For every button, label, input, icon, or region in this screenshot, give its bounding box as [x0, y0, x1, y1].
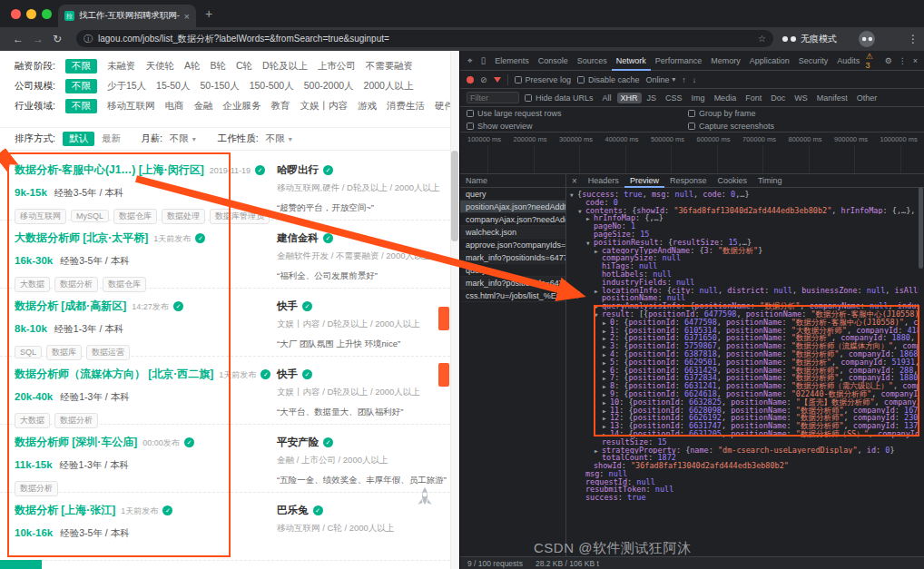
devtools-tab-console[interactable]: Console	[534, 51, 573, 71]
filter-option[interactable]: B轮	[210, 60, 226, 73]
filter-option-selected[interactable]: 不限	[65, 79, 97, 93]
json-tree-line[interactable]: ▶categoryTypeAndName: {3: "数据分析"}	[566, 247, 919, 255]
company-name-link[interactable]: 哈啰出行	[277, 164, 319, 175]
company-block[interactable]: 快手✓文娱丨内容 / D轮及以上 / 2000人以上“大平台、数据量大、团队福利…	[277, 365, 449, 418]
job-card[interactable]: 数据分析 [成都·高新区]14:27发布✓8k-10k经验1-3年 / 本科SQ…	[0, 289, 450, 357]
expander-icon[interactable]: ▶	[603, 431, 610, 438]
json-tree-line[interactable]: showId: "36fad8faf13040d2afd444edb3eb80b…	[566, 462, 919, 470]
network-filter-chip-font[interactable]: Font	[742, 93, 765, 103]
request-row[interactable]: mark_info?positionIds=6477598…	[460, 277, 565, 289]
filter-option[interactable]: 2000人以上	[364, 80, 414, 93]
filter-option[interactable]: 教育	[270, 100, 290, 113]
devtools-tab-application[interactable]: Application	[745, 51, 794, 71]
json-tree-line[interactable]: ▶14: {positionId: 6631205, positionName:…	[566, 430, 919, 438]
salary-dropdown[interactable]: 不限 ▾	[170, 132, 196, 145]
devtools-tab-elements[interactable]: Elements	[490, 51, 534, 71]
json-tree-line[interactable]: ▶strategyProperty: {name: "dm-csearch-us…	[566, 446, 919, 455]
expander-icon[interactable]: ▼	[570, 191, 577, 199]
rocket-icon[interactable]	[416, 486, 434, 510]
detail-tab-preview[interactable]: Preview	[624, 174, 664, 188]
filter-option[interactable]: D轮及以上	[262, 60, 308, 73]
filter-option[interactable]: 天使轮	[145, 60, 174, 73]
expander-icon[interactable]: ▶	[603, 328, 610, 335]
issues-badge[interactable]: ⚠ 3	[865, 52, 878, 70]
request-row[interactable]: css.html?u=/jobs/list_%E6%95…	[460, 289, 565, 302]
company-name-link[interactable]: 平安产险	[277, 437, 319, 447]
json-tree-line[interactable]: hotLabels: null	[566, 270, 919, 279]
expander-icon[interactable]: ▼	[595, 311, 602, 319]
job-card[interactable]: 数据分析-客服中心(J1…) [上海·闵行区]2019-11-19✓9k-15k…	[0, 152, 450, 221]
disable-cache-checkbox[interactable]: Disable cache	[577, 75, 640, 84]
devtools-tab-audits[interactable]: Audits	[832, 51, 864, 71]
expander-icon[interactable]: ▶	[603, 399, 610, 407]
devtools-tab-network[interactable]: Network	[612, 51, 651, 71]
expander-icon[interactable]: ▶	[603, 343, 610, 350]
json-tree-line[interactable]: ▶12: {positionId: 6626192, positionName:…	[566, 414, 919, 422]
expander-icon[interactable]: ▶	[603, 375, 610, 382]
throttling-dropdown[interactable]: Online ▾	[646, 75, 676, 84]
checkbox-icon[interactable]	[467, 123, 474, 130]
json-tree-line[interactable]: resubmitToken: null	[566, 486, 919, 494]
json-tree-line[interactable]: ▶queryAnalysisInfo: {positionName: "数据分析…	[566, 302, 919, 310]
json-tree-line[interactable]: hiTags: null	[566, 262, 919, 270]
expander-icon[interactable]: ▼	[586, 240, 594, 247]
company-name-link[interactable]: 巴乐兔	[277, 505, 309, 515]
filter-option[interactable]: 文娱丨内容	[300, 100, 348, 113]
network-filter-chip-all[interactable]: All	[599, 93, 615, 103]
back-icon[interactable]: ←	[13, 33, 24, 45]
json-tree-line[interactable]: ▼positionResult: {resultSize: 15,…}	[566, 239, 919, 247]
clear-icon[interactable]: ⊘	[480, 75, 487, 84]
expander-icon[interactable]: ▶	[586, 215, 594, 222]
page-scrollbar[interactable]	[450, 51, 459, 569]
company-name-link[interactable]: 快手	[277, 368, 298, 379]
hide-data-urls-checkbox[interactable]: Hide data URLs	[525, 93, 594, 103]
filter-option[interactable]: 少于15人	[107, 80, 146, 93]
json-tree-line[interactable]: ▶4: {positionId: 6387818, positionName: …	[566, 350, 919, 358]
filter-option[interactable]: 未融资	[107, 60, 136, 73]
devtools-tab-security[interactable]: Security	[794, 51, 833, 71]
json-tree-line[interactable]: totalCount: 1872	[566, 454, 919, 462]
reload-icon[interactable]: ↻	[53, 33, 62, 45]
network-option-checkbox[interactable]: Capture screenshots	[688, 120, 924, 132]
expander-icon[interactable]: ▶	[603, 359, 610, 367]
filter-option[interactable]: 游戏	[358, 100, 377, 113]
expander-icon[interactable]: ▶	[603, 423, 610, 430]
detail-tab-cookies[interactable]: Cookies	[712, 174, 752, 188]
expander-icon[interactable]: ▶	[603, 319, 610, 327]
request-row[interactable]: approve.json?companyIds=1649…	[460, 239, 565, 251]
network-filter-input[interactable]	[467, 92, 519, 103]
json-tree-line[interactable]: ▼{success: true, msg: null, code: 0,…}	[566, 191, 919, 199]
site-info-icon[interactable]: ⓘ	[84, 33, 93, 45]
detail-tab-response[interactable]: Response	[664, 174, 713, 188]
request-row[interactable]: mark_info?positionIds=6477598…	[460, 251, 565, 264]
json-tree-line[interactable]: ▶5: {positionId: 6629501, positionName: …	[566, 358, 919, 367]
expander-icon[interactable]: ▶	[603, 407, 610, 415]
json-tree-line[interactable]: ▼result: [{positionId: 6477598, position…	[566, 310, 919, 319]
job-card[interactable]: 数据分析 [上海·张江]1天前发布✓10k-16k经验3-5年 / 本科巴乐兔✓…	[0, 493, 450, 561]
request-row[interactable]: companyAjax.json?needAddtion…	[460, 213, 565, 226]
json-tree-line[interactable]: pageNo: 1	[566, 222, 919, 231]
job-card[interactable]: 数据分析师 [深圳·车公庙]00:00发布✓11k-15k经验1-3年 / 本科…	[0, 425, 450, 493]
expander-icon[interactable]: ▶	[603, 415, 610, 422]
devtools-tab-performance[interactable]: Performance	[651, 51, 707, 71]
devtools-menu-icon[interactable]: ⋮	[899, 56, 907, 65]
json-tree-line[interactable]: ▶7: {positionId: 6372834, positionName: …	[566, 374, 919, 382]
brow​ser-tab[interactable]: 拉 找工作-互联网招聘求职网-拉勾 ×	[58, 5, 196, 27]
sort-option-default[interactable]: 默认	[63, 132, 94, 146]
job-title-link[interactable]: 数据分析 [上海·张江]	[15, 504, 115, 516]
network-filter-chip-img[interactable]: Img	[688, 93, 709, 103]
network-option-checkbox[interactable]: Show overview	[467, 120, 688, 132]
scrollbar-thumb[interactable]	[451, 151, 458, 241]
json-tree-line[interactable]: ▼contents: {showId: "36fad8faf13040d2afd…	[566, 207, 919, 215]
browser-menu-icon[interactable]: ⋮	[908, 33, 919, 45]
filter-option[interactable]: 不需要融资	[366, 60, 414, 73]
expander-icon[interactable]: ▶	[603, 391, 610, 398]
filter-option[interactable]: C轮	[236, 60, 252, 73]
devtools-scrollbar-thumb[interactable]	[919, 187, 923, 269]
expander-icon[interactable]: ▶	[595, 248, 602, 255]
minimize-window-button[interactable]	[26, 9, 36, 19]
json-tree-line[interactable]: ▶10: {positionId: 6632825, positionName:…	[566, 398, 919, 407]
devtools-settings-icon[interactable]: ⚙	[885, 56, 892, 65]
request-row[interactable]: query	[460, 188, 565, 201]
expander-icon[interactable]: ▶	[595, 288, 602, 295]
